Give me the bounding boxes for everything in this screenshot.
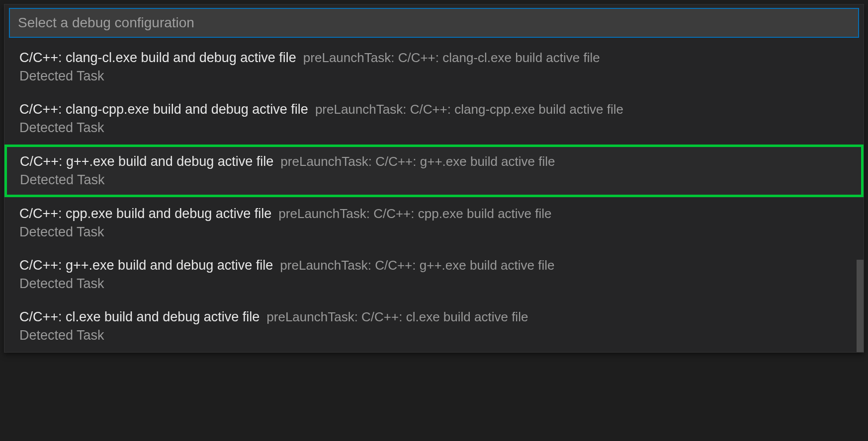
option-detail: Detected Task: [19, 224, 852, 240]
debug-config-picker: C/C++: clang-cl.exe build and debug acti…: [4, 4, 864, 353]
option-detail: Detected Task: [19, 276, 852, 292]
option-header: C/C++: g++.exe build and debug active fi…: [19, 258, 852, 273]
option-title: C/C++: g++.exe build and debug active fi…: [20, 154, 273, 169]
option-header: C/C++: cpp.exe build and debug active fi…: [19, 206, 852, 221]
option-header: C/C++: g++.exe build and debug active fi…: [20, 154, 851, 169]
option-description: preLaunchTask: C/C++: cl.exe build activ…: [266, 309, 528, 325]
debug-option-clang-cl[interactable]: C/C++: clang-cl.exe build and debug acti…: [4, 41, 864, 93]
option-description: preLaunchTask: C/C++: clang-cpp.exe buil…: [315, 102, 623, 117]
debug-option-cl[interactable]: C/C++: cl.exe build and debug active fil…: [4, 300, 864, 352]
option-detail: Detected Task: [19, 69, 852, 84]
option-header: C/C++: cl.exe build and debug active fil…: [19, 309, 852, 325]
option-title: C/C++: clang-cpp.exe build and debug act…: [19, 102, 308, 117]
scrollbar-thumb[interactable]: [857, 260, 864, 352]
option-detail: Detected Task: [19, 120, 852, 136]
option-title: C/C++: g++.exe build and debug active fi…: [19, 258, 273, 273]
option-title: C/C++: clang-cl.exe build and debug acti…: [19, 50, 296, 66]
option-description: preLaunchTask: C/C++: g++.exe build acti…: [280, 154, 555, 169]
option-detail: Detected Task: [19, 328, 852, 343]
option-detail: Detected Task: [20, 172, 851, 188]
option-title: C/C++: cl.exe build and debug active fil…: [19, 309, 260, 325]
option-description: preLaunchTask: C/C++: clang-cl.exe build…: [303, 50, 600, 66]
options-list[interactable]: C/C++: clang-cl.exe build and debug acti…: [4, 41, 864, 352]
debug-option-clang-cpp[interactable]: C/C++: clang-cpp.exe build and debug act…: [4, 93, 864, 145]
debug-option-gpp-highlighted[interactable]: C/C++: g++.exe build and debug active fi…: [4, 145, 864, 197]
option-header: C/C++: clang-cpp.exe build and debug act…: [19, 102, 852, 117]
debug-option-gpp[interactable]: C/C++: g++.exe build and debug active fi…: [4, 249, 864, 300]
scrollbar[interactable]: [857, 260, 864, 352]
debug-option-cpp[interactable]: C/C++: cpp.exe build and debug active fi…: [4, 197, 864, 249]
option-title: C/C++: cpp.exe build and debug active fi…: [19, 206, 271, 221]
option-header: C/C++: clang-cl.exe build and debug acti…: [19, 50, 852, 66]
search-wrapper: [4, 4, 864, 41]
option-description: preLaunchTask: C/C++: g++.exe build acti…: [280, 258, 554, 273]
search-input[interactable]: [9, 8, 859, 37]
option-description: preLaunchTask: C/C++: cpp.exe build acti…: [278, 206, 551, 221]
